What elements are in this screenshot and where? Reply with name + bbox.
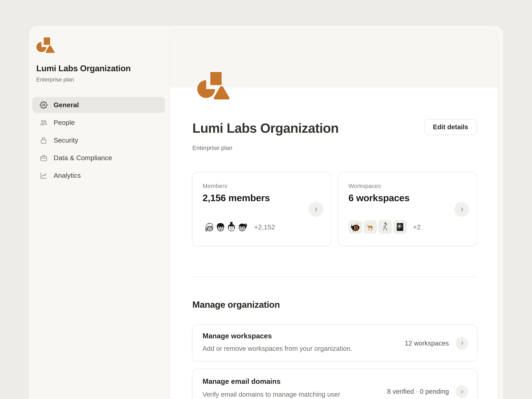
workspaces-card-label: Workspaces (348, 183, 381, 190)
members-card-label: Members (203, 183, 227, 190)
sidebar-item-data-compliance[interactable]: Data & Compliance (32, 150, 165, 166)
edit-details-button[interactable]: Edit details (424, 119, 477, 135)
sidebar-item-label: Data & Compliance (54, 154, 112, 162)
workspaces-count: 6 workspaces (348, 193, 410, 203)
page-title: Lumi Labs Organization (192, 121, 339, 136)
row-description: Add or remove workspaces from your organ… (203, 345, 352, 352)
sidebar-item-label: People (54, 119, 75, 127)
workspaces-card[interactable]: Workspaces 6 workspaces (338, 172, 477, 246)
org-logo-small (36, 37, 57, 55)
sparkler-icon (393, 220, 407, 234)
workspaces-overflow-count: +2 (413, 223, 421, 231)
sidebar-item-label: Analytics (54, 172, 81, 179)
bee-icon (348, 220, 362, 234)
members-count: 2,156 members (203, 193, 270, 203)
sidebar-item-label: Security (54, 136, 78, 144)
sidebar-item-people[interactable]: People (32, 115, 165, 131)
gear-icon (40, 101, 48, 109)
manage-organization-heading: Manage organization (192, 299, 280, 310)
workspace-icon-pile: +2 (348, 220, 421, 234)
manage-email-domains-chevron-button[interactable] (456, 385, 468, 398)
sidebar-plan-label: Enterprise plan (36, 76, 74, 83)
members-avatar-pile: +2,152 (203, 220, 275, 234)
camel-icon (363, 220, 377, 234)
members-overflow-count: +2,152 (254, 223, 275, 231)
row-title: Manage workspaces (203, 332, 272, 340)
chevron-right-icon (460, 389, 464, 394)
workspaces-chevron-button[interactable] (454, 202, 469, 217)
chevron-right-icon (460, 341, 464, 346)
avatar (235, 220, 249, 234)
sidebar-item-general[interactable]: General (32, 97, 165, 113)
members-card[interactable]: Members 2,156 members (192, 172, 331, 246)
org-logo-large (197, 70, 235, 103)
manage-workspaces-row[interactable]: Manage workspaces Add or remove workspac… (192, 325, 477, 361)
row-title: Manage email domains (203, 377, 280, 386)
plan-label: Enterprise plan (192, 145, 232, 152)
manage-email-domains-row[interactable]: Manage email domains Verify email domain… (192, 369, 477, 399)
section-divider (192, 277, 477, 277)
org-settings-screen: Lumi Labs Organization Enterprise plan G… (0, 0, 532, 399)
members-chevron-button[interactable] (308, 202, 323, 217)
briefcase-icon (40, 154, 48, 162)
row-description: Verify email domains to manage matching … (203, 391, 340, 398)
email-domains-meta: 8 verified · 0 pending (387, 388, 449, 395)
fencer-icon (378, 220, 392, 234)
chevron-right-icon (313, 206, 319, 212)
lock-icon (40, 136, 48, 144)
chevron-right-icon (459, 206, 465, 212)
users-icon (40, 119, 48, 127)
manage-workspaces-chevron-button[interactable] (456, 337, 468, 349)
sidebar-item-label: General (54, 101, 79, 109)
workspaces-meta: 12 workspaces (405, 339, 449, 347)
sidebar-item-analytics[interactable]: Analytics (32, 168, 165, 184)
sidebar-nav: General People (32, 97, 165, 185)
app-window: Lumi Labs Organization Enterprise plan G… (29, 25, 504, 399)
main-panel: Lumi Labs Organization Edit details Ente… (170, 31, 498, 399)
chart-icon (40, 172, 48, 179)
sidebar-org-name: Lumi Labs Organization (36, 63, 131, 73)
stat-cards: Members 2,156 members (192, 172, 477, 246)
sidebar-item-security[interactable]: Security (32, 132, 165, 148)
